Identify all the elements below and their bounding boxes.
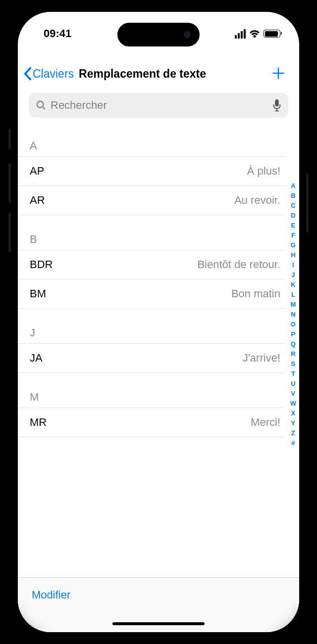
dynamic-island [117,23,200,46]
index-letter[interactable]: B [291,191,295,201]
edit-button[interactable]: Modifier [32,589,70,601]
index-letter[interactable]: Q [291,339,296,349]
index-letter[interactable]: H [291,250,295,260]
phone-frame: 09:41 Claviers Remplacement de texte [11,5,306,639]
cellular-icon [235,29,246,39]
phrase-text: Au revoir. [234,194,280,207]
phrase-text: Bientôt de retour. [197,258,280,271]
back-label: Claviers [33,67,74,81]
index-letter[interactable]: N [291,310,295,320]
section-header: A [18,123,284,157]
phrase-text: Bon matin [231,287,280,300]
index-letter[interactable]: C [291,201,295,211]
battery-icon [264,30,280,38]
svg-line-3 [43,107,45,109]
add-button[interactable] [268,64,288,83]
shortcut-text: MR [30,416,47,429]
content-area: AAPÀ plus!ARAu revoir.BBDRBientôt de ret… [18,123,299,577]
phrase-text: À plus! [247,165,280,178]
back-button[interactable]: Claviers [24,67,74,81]
list-item[interactable]: JAJ'arrive! [18,344,284,373]
index-letter[interactable]: O [291,320,296,329]
replacements-list[interactable]: AAPÀ plus!ARAu revoir.BBDRBientôt de ret… [18,123,299,437]
status-indicators [235,29,280,39]
list-item[interactable]: APÀ plus! [18,157,284,186]
index-letter[interactable]: K [291,280,295,290]
index-letter[interactable]: X [291,409,296,418]
shortcut-text: BM [30,287,46,300]
page-title: Remplacement de texte [79,67,206,81]
list-item[interactable]: ARAu revoir. [18,186,284,215]
index-letter[interactable]: L [291,290,295,300]
shortcut-text: AP [30,165,44,178]
shortcut-text: JA [30,352,43,365]
navigation-bar: Claviers Remplacement de texte [18,49,299,91]
index-letter[interactable]: M [290,300,296,310]
index-letter[interactable]: S [291,359,296,369]
search-placeholder: Rechercher [51,99,268,112]
list-item[interactable]: BMBon matin [18,279,284,309]
list-item[interactable]: BDRBientôt de retour. [18,250,284,279]
phrase-text: J'arrive! [243,352,280,365]
search-input[interactable]: Rechercher [29,93,288,118]
index-letter[interactable]: F [291,230,295,240]
index-letter[interactable]: # [291,438,295,448]
phrase-text: Merci! [251,416,280,429]
list-item[interactable]: MRMerci! [18,408,284,437]
shortcut-text: AR [30,194,45,207]
home-indicator[interactable] [112,622,205,625]
index-letter[interactable]: R [291,349,295,359]
section-header: J [18,309,284,344]
index-letter[interactable]: U [291,379,295,389]
search-icon [36,100,47,111]
index-letter[interactable]: W [290,399,296,409]
index-letter[interactable]: T [291,369,295,379]
status-time: 09:41 [44,27,71,40]
index-letter[interactable]: P [291,329,296,339]
svg-rect-4 [275,99,279,106]
index-letter[interactable]: E [291,221,296,230]
index-letter[interactable]: Z [291,428,295,438]
section-header: B [18,215,284,250]
chevron-left-icon [24,67,32,81]
index-letter[interactable]: I [292,260,294,270]
index-letter[interactable]: Y [291,418,296,428]
index-letter[interactable]: G [291,240,296,250]
index-letter[interactable]: D [291,211,295,221]
shortcut-text: BDR [30,258,53,271]
plus-icon [271,66,285,80]
alphabet-index[interactable]: ABCDEFGHIJKLMNOPQRSTUVWXYZ# [290,181,296,448]
wifi-icon [249,30,260,38]
index-letter[interactable]: A [291,181,295,191]
section-header: M [18,373,284,408]
index-letter[interactable]: V [291,389,296,399]
mic-icon[interactable] [272,99,281,112]
index-letter[interactable]: J [291,270,295,280]
screen: 09:41 Claviers Remplacement de texte [18,12,299,632]
